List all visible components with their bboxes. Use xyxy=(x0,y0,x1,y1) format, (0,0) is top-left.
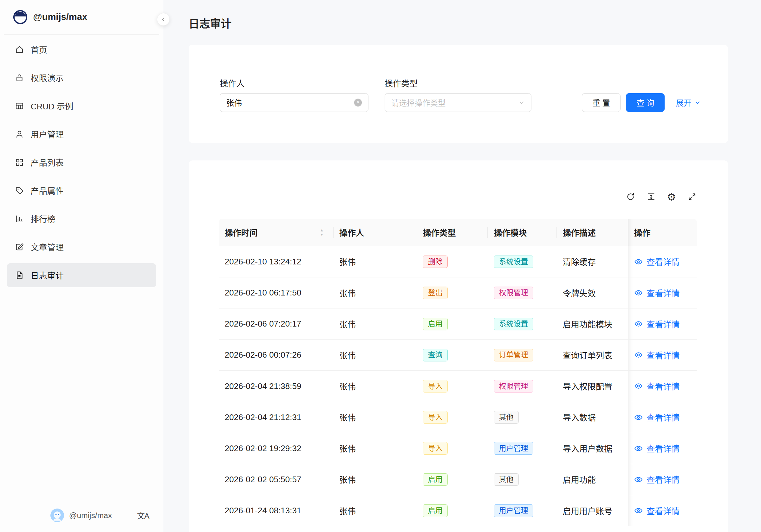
view-detail-link[interactable]: 查看详情 xyxy=(634,256,679,267)
cell-operator: 张伟 xyxy=(333,309,417,339)
eye-icon xyxy=(634,506,643,515)
query-button[interactable]: 查 询 xyxy=(626,93,665,112)
sidebar-item-permission[interactable]: 权限演示 xyxy=(7,66,156,90)
table-row: 2026-02-10 06:17:50 张伟 登出 权限管理 令牌失效 查看详情 xyxy=(219,277,697,309)
expand-link[interactable]: 展开 xyxy=(676,97,701,108)
cell-module: 订单管理 xyxy=(488,339,557,370)
module-tag: 订单管理 xyxy=(494,349,533,361)
view-detail-label: 查看详情 xyxy=(647,473,679,485)
view-detail-link[interactable]: 查看详情 xyxy=(634,349,679,361)
cell-desc: 查询订单列表 xyxy=(557,339,628,370)
table-row: 2026-02-04 21:12:31 张伟 导入 其他 导入数据 查看详情 xyxy=(219,402,697,433)
table-row: 2026-01-24 08:13:31 张伟 启用 用户管理 启用用户账号 查看… xyxy=(219,495,697,526)
footer-brand: @umijs/max xyxy=(69,511,112,520)
sidebar-item-ranking[interactable]: 排行榜 xyxy=(7,207,156,231)
home-icon xyxy=(15,45,25,55)
eye-icon xyxy=(634,382,643,390)
brand[interactable]: @umijs/max xyxy=(4,0,159,34)
view-detail-label: 查看详情 xyxy=(647,349,679,361)
column-header-action: 操作 xyxy=(628,219,697,246)
sidebar: @umijs/max 首页 权限演示 CRUD 示例 用户管理 产品列表 xyxy=(0,0,163,532)
cell-type: 导入 xyxy=(417,402,488,433)
file-text-icon xyxy=(15,270,25,280)
lock-icon xyxy=(15,73,25,83)
cell-action: 查看详情 xyxy=(628,464,697,495)
cell-module: 其他 xyxy=(488,402,557,433)
module-tag: 系统设置 xyxy=(494,318,533,330)
sidebar-item-products[interactable]: 产品列表 xyxy=(7,150,156,175)
cell-operator: 张伟 xyxy=(333,433,417,464)
fullscreen-icon[interactable] xyxy=(687,192,697,202)
settings-icon[interactable]: ⚙ xyxy=(667,192,676,202)
view-detail-link[interactable]: 查看详情 xyxy=(634,473,679,485)
cell-action: 查看详情 xyxy=(628,433,697,464)
view-detail-label: 查看详情 xyxy=(647,442,679,454)
view-detail-link[interactable]: 查看详情 xyxy=(634,442,679,454)
column-header-time[interactable]: 操作时间 ▲ ▼ xyxy=(219,219,333,246)
sidebar-item-crud[interactable]: CRUD 示例 xyxy=(7,94,156,118)
type-label: 操作类型 xyxy=(384,79,531,89)
cell-desc: 导入权限配置 xyxy=(557,371,628,401)
cell-type: 删除 xyxy=(417,246,488,277)
column-header-operator: 操作人 xyxy=(333,219,417,246)
eye-icon xyxy=(634,319,643,328)
cell-time: 2026-02-06 00:07:26 xyxy=(219,339,333,370)
appstore-icon xyxy=(15,157,25,167)
cell-operator: 张伟 xyxy=(333,277,417,308)
type-select-placeholder: 请选择操作类型 xyxy=(391,97,446,108)
sidebar-item-product-attrs[interactable]: 产品属性 xyxy=(7,179,156,203)
sidebar-item-articles[interactable]: 文章管理 xyxy=(7,235,156,259)
view-detail-label: 查看详情 xyxy=(647,256,679,267)
sorter-icon[interactable]: ▲ ▼ xyxy=(320,228,324,237)
view-detail-link[interactable]: 查看详情 xyxy=(634,411,679,423)
view-detail-link[interactable]: 查看详情 xyxy=(634,318,679,330)
type-tag: 启用 xyxy=(423,318,448,330)
view-detail-link[interactable]: 查看详情 xyxy=(634,287,679,299)
type-tag: 启用 xyxy=(423,504,448,517)
user-menu[interactable]: @umijs/max xyxy=(50,508,112,522)
edit-icon xyxy=(15,242,25,252)
cell-module: 权限管理 xyxy=(488,371,557,401)
table-body: 2026-02-10 13:24:12 张伟 删除 系统设置 清除缓存 查看详情… xyxy=(219,246,697,526)
module-tag: 用户管理 xyxy=(494,442,533,455)
expand-link-label: 展开 xyxy=(676,97,691,108)
sidebar-item-users[interactable]: 用户管理 xyxy=(7,122,156,147)
operator-input[interactable]: 张伟 × xyxy=(220,93,369,112)
translate-icon[interactable]: 文A xyxy=(137,510,149,521)
type-tag: 删除 xyxy=(423,256,448,268)
chevron-down-icon xyxy=(694,99,701,106)
cell-desc: 导入数据 xyxy=(557,402,628,433)
cell-type: 查询 xyxy=(417,339,488,370)
density-icon[interactable] xyxy=(646,192,656,202)
table-icon xyxy=(15,101,25,111)
view-detail-label: 查看详情 xyxy=(647,380,679,392)
clear-icon[interactable]: × xyxy=(354,98,362,106)
cell-time: 2026-01-24 08:13:31 xyxy=(219,495,333,526)
cell-type: 登出 xyxy=(417,277,488,308)
view-detail-label: 查看详情 xyxy=(647,287,679,299)
view-detail-link[interactable]: 查看详情 xyxy=(634,380,679,392)
cell-action: 查看详情 xyxy=(628,402,697,433)
sidebar-item-log-audit[interactable]: 日志审计 xyxy=(7,263,156,288)
view-detail-link[interactable]: 查看详情 xyxy=(634,505,679,517)
module-tag: 权限管理 xyxy=(494,380,533,392)
filter-card: 操作人 张伟 × 操作类型 请选择操作类型 重 置 查 询 展开 xyxy=(189,45,728,143)
filter-actions: 重 置 查 询 展开 xyxy=(582,93,701,112)
cell-desc: 启用功能 xyxy=(557,464,628,495)
reset-button[interactable]: 重 置 xyxy=(582,93,620,112)
cell-time: 2026-02-10 13:24:12 xyxy=(219,246,333,277)
table-row: 2026-02-10 13:24:12 张伟 删除 系统设置 清除缓存 查看详情 xyxy=(219,246,697,277)
module-tag: 其他 xyxy=(494,473,519,486)
eye-icon xyxy=(634,288,643,297)
table-row: 2026-02-06 00:07:26 张伟 查询 订单管理 查询订单列表 查看… xyxy=(219,339,697,371)
table-row: 2026-02-02 19:29:32 张伟 导入 用户管理 导入用户数据 查看… xyxy=(219,433,697,464)
cell-desc: 启用功能模块 xyxy=(557,309,628,339)
cell-type: 启用 xyxy=(417,309,488,339)
reload-icon[interactable] xyxy=(626,192,636,202)
operator-label: 操作人 xyxy=(220,79,369,89)
sidebar-item-home[interactable]: 首页 xyxy=(7,37,156,62)
type-select[interactable]: 请选择操作类型 xyxy=(384,93,531,112)
cell-module: 其他 xyxy=(488,464,557,495)
cell-type: 导入 xyxy=(417,371,488,401)
cell-module: 用户管理 xyxy=(488,433,557,464)
